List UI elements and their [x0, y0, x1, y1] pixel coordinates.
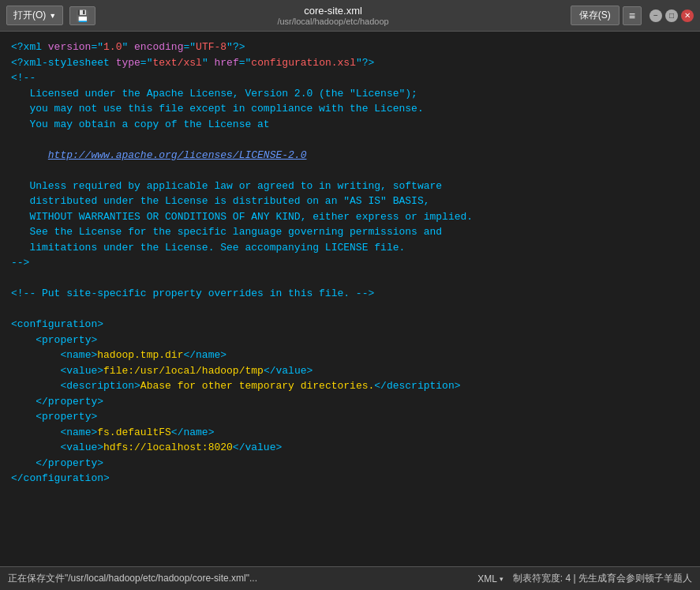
line-20: </property> — [11, 394, 689, 410]
open-dropdown-arrow: ▼ — [49, 12, 56, 20]
line-23: <value>hdfs://localhost:8020</value> — [11, 440, 689, 456]
line-empty-1 — [11, 132, 689, 148]
line-18: <value>file:/usr/local/hadoop/tmp</value… — [11, 363, 689, 379]
menu-button[interactable]: ≡ — [623, 6, 642, 25]
status-info-text: 制表符宽度: 4 | 先生成育会参则顿子羊题人 — [513, 572, 692, 585]
line-7: http://www.apache.org/licenses/LICENSE-2… — [11, 148, 689, 163]
line-17: <name>hadoop.tmp.dir</name> — [11, 348, 689, 363]
line-5: you may not use this file except in comp… — [11, 101, 689, 117]
language-selector[interactable]: XML ▾ — [477, 573, 503, 584]
open-button[interactable]: 打开(O) ▼ — [6, 6, 63, 25]
line-3: <!-- — [11, 70, 689, 86]
title-bar-left: 打开(O) ▼ 💾 — [6, 6, 95, 25]
save-icon: 💾 — [76, 9, 89, 22]
title-bar: 打开(O) ▼ 💾 core-site.xml /usr/local/hadoo… — [0, 0, 700, 32]
line-2: <?xml-stylesheet type="text/xsl" href="c… — [11, 55, 689, 71]
line-4: Licensed under the Apache License, Versi… — [11, 86, 689, 102]
window-controls: − □ ✕ — [649, 9, 694, 22]
line-21: <property> — [11, 409, 689, 425]
line-9: distributed under the License is distrib… — [11, 194, 689, 209]
title-bar-center: core-site.xml /usr/local/hadoop/etc/hado… — [95, 5, 571, 26]
line-empty-2 — [11, 163, 689, 179]
status-bar: 正在保存文件"/usr/local/hadoop/etc/hadoop/core… — [0, 566, 700, 590]
language-label: XML — [477, 573, 497, 584]
close-button[interactable]: ✕ — [681, 9, 694, 22]
status-saving-text: 正在保存文件"/usr/local/hadoop/etc/hadoop/core… — [8, 572, 257, 585]
title-bar-right: 保存(S) ≡ − □ ✕ — [571, 6, 694, 25]
line-1: <?xml version="1.0" encoding="UTF-8"?> — [11, 39, 689, 55]
lang-dropdown-arrow: ▾ — [500, 575, 503, 583]
save-icon-button[interactable]: 💾 — [69, 6, 95, 25]
line-12: limitations under the License. See accom… — [11, 240, 689, 256]
line-11: See the License for the specific languag… — [11, 224, 689, 240]
editor-area[interactable]: <?xml version="1.0" encoding="UTF-8"?> <… — [0, 32, 700, 566]
file-name: core-site.xml — [95, 5, 571, 17]
line-empty-3 — [11, 271, 689, 287]
line-13: --> — [11, 255, 689, 271]
line-24: </property> — [11, 456, 689, 472]
status-right: XML ▾ 制表符宽度: 4 | 先生成育会参则顿子羊题人 — [477, 572, 692, 585]
open-label: 打开(O) — [13, 9, 46, 22]
line-empty-4 — [11, 302, 689, 318]
save-button[interactable]: 保存(S) — [571, 6, 620, 25]
line-19: <description>Abase for other temporary d… — [11, 378, 689, 394]
file-path: /usr/local/hadoop/etc/hadoop — [95, 17, 571, 26]
line-16: <property> — [11, 333, 689, 348]
maximize-button[interactable]: □ — [665, 9, 678, 22]
line-8: Unless required by applicable law or agr… — [11, 179, 689, 194]
line-22: <name>fs.defaultFS</name> — [11, 425, 689, 441]
line-14: <!-- Put site-specific property override… — [11, 286, 689, 302]
line-6: You may obtain a copy of the License at — [11, 117, 689, 133]
line-25: </configuration> — [11, 471, 689, 487]
line-10: WITHOUT WARRANTIES OR CONDITIONS OF ANY … — [11, 209, 689, 225]
line-15: <configuration> — [11, 317, 689, 333]
minimize-button[interactable]: − — [649, 9, 662, 22]
